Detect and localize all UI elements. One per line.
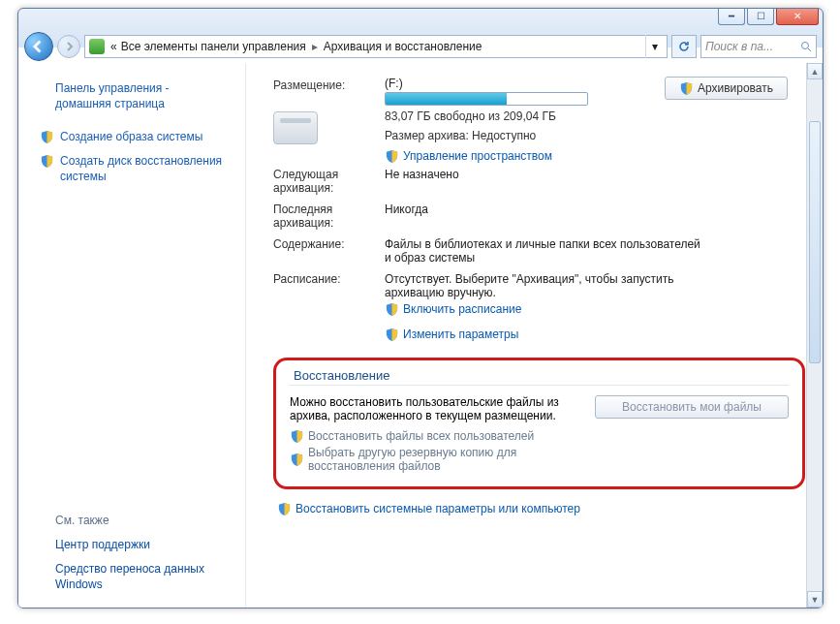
content-label: Содержание: xyxy=(273,237,385,265)
shield-icon xyxy=(679,81,694,96)
next-backup-value: Не назначено xyxy=(385,168,805,195)
shield-icon xyxy=(40,130,54,144)
sidebar-item-label: Создать диск восстановления системы xyxy=(60,153,236,184)
link-text: Включить расписание xyxy=(403,302,521,316)
control-panel-icon xyxy=(89,39,105,54)
content-value: Файлы в библиотеках и личные папки всех … xyxy=(385,237,704,265)
sidebar-item-create-recovery-disk[interactable]: Создать диск восстановления системы xyxy=(18,149,246,188)
schedule-value: Отсутствует. Выберите "Архивация", чтобы… xyxy=(385,272,704,299)
recovery-section: Восстановление Можно восстановить пользо… xyxy=(273,358,805,489)
sidebar: Панель управления - домашняя страница Со… xyxy=(18,63,246,608)
button-label: Архивировать xyxy=(698,81,773,95)
last-backup-label: Последняя архивация: xyxy=(273,203,385,230)
scroll-thumb[interactable] xyxy=(809,121,821,363)
navbar: « Все элементы панели управления ▸ Архив… xyxy=(18,30,823,63)
scroll-down-button[interactable]: ▼ xyxy=(807,591,823,608)
choose-other-backup-link[interactable]: Выбрать другую резервную копию для восст… xyxy=(290,446,577,473)
link-text: Восстановить файлы всех пользователей xyxy=(308,429,534,443)
maximize-button[interactable]: ☐ xyxy=(747,8,774,25)
restore-my-files-button[interactable]: Восстановить мои файлы xyxy=(595,395,789,419)
sidebar-item-create-image[interactable]: Создание образа системы xyxy=(18,125,246,148)
schedule-label: Расписание: xyxy=(273,272,385,319)
shield-icon xyxy=(290,452,304,467)
nav-forward-button[interactable] xyxy=(57,35,80,58)
breadcrumb-part-1[interactable]: Архивация и восстановление xyxy=(324,40,482,53)
breadcrumb: « Все элементы панели управления ▸ Архив… xyxy=(110,40,482,53)
change-settings-link[interactable]: Изменить параметры xyxy=(385,327,805,342)
sidebar-home-link[interactable]: Панель управления - домашняя страница xyxy=(18,77,246,115)
link-text: Изменить параметры xyxy=(403,328,518,341)
refresh-button[interactable] xyxy=(671,35,697,58)
chevron-right-icon: ▸ xyxy=(310,40,320,53)
search-placeholder: Поиск в па... xyxy=(705,40,773,53)
breadcrumb-part-0[interactable]: Все элементы панели управления xyxy=(121,40,306,53)
button-label: Восстановить мои файлы xyxy=(622,400,762,414)
sidebar-item-label: Создание образа системы xyxy=(60,129,202,144)
sidebar-see-also-easy-transfer[interactable]: Средство переноса данных Windows xyxy=(18,557,246,596)
link-text: Восстановить системные параметры или ком… xyxy=(296,502,580,515)
vertical-scrollbar[interactable]: ▲ ▼ xyxy=(806,63,823,608)
shield-icon xyxy=(385,302,399,317)
breadcrumb-prefix: « xyxy=(110,40,117,53)
recovery-description: Можно восстановить пользовательские файл… xyxy=(290,395,577,422)
shield-icon xyxy=(385,328,399,342)
window: ━ ☐ ✕ « Все элементы панели управления ▸… xyxy=(17,8,824,608)
address-dropdown[interactable]: ▾ xyxy=(645,35,663,58)
recovery-legend: Восстановление xyxy=(290,368,393,383)
scroll-up-button[interactable]: ▲ xyxy=(807,63,823,79)
shield-icon xyxy=(277,502,292,516)
nav-back-button[interactable] xyxy=(24,32,53,61)
next-backup-label: Следующая архивация: xyxy=(273,168,385,195)
window-controls: ━ ☐ ✕ xyxy=(718,8,819,25)
close-button[interactable]: ✕ xyxy=(776,8,819,25)
disk-usage-bar xyxy=(385,92,588,106)
sidebar-item-label: Средство переноса данных Windows xyxy=(55,561,236,592)
minimize-button[interactable]: ━ xyxy=(718,8,745,25)
svg-point-0 xyxy=(802,43,809,49)
restore-all-users-link[interactable]: Восстановить файлы всех пользователей xyxy=(290,428,577,444)
enable-schedule-link[interactable]: Включить расписание xyxy=(385,301,805,317)
restore-system-link[interactable]: Восстановить системные параметры или ком… xyxy=(277,501,805,516)
sidebar-see-also-action-center[interactable]: Центр поддержки xyxy=(18,533,246,556)
address-bar[interactable]: « Все элементы панели управления ▸ Архив… xyxy=(84,35,668,58)
archive-button[interactable]: Архивировать xyxy=(665,77,788,100)
see-also-header: См. также xyxy=(18,510,246,533)
search-input[interactable]: Поиск в па... xyxy=(700,35,817,58)
drive-icon xyxy=(273,111,318,144)
search-icon xyxy=(800,41,812,52)
link-text: Выбрать другую резервную копию для восст… xyxy=(308,446,577,473)
shield-icon xyxy=(40,154,54,169)
sidebar-item-label: Центр поддержки xyxy=(55,537,150,552)
shield-icon xyxy=(290,429,304,444)
content-area: Архивировать Размещение: (F:) 83,07 ГБ с… xyxy=(246,63,823,608)
last-backup-value: Никогда xyxy=(385,203,805,230)
